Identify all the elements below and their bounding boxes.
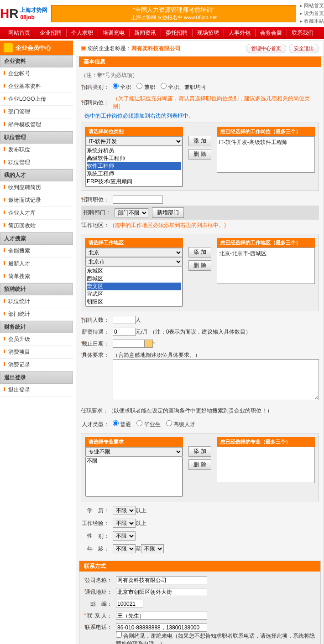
sidebar-item[interactable]: 全能搜索 bbox=[0, 245, 73, 258]
sidebar-item[interactable]: 职位管理 bbox=[0, 156, 73, 169]
age-to-label: 至 bbox=[136, 545, 141, 553]
nav-item[interactable]: 委托招聘 bbox=[161, 29, 193, 37]
top-link[interactable]: ▸ 网站首页 bbox=[300, 2, 324, 10]
nav-item[interactable]: 会务会展 bbox=[256, 29, 287, 37]
phone-hide-checkbox[interactable]: 合则约见，谢绝来电（如果您不想告知求职者联系电话，请选择此项，系统将隐藏您的联系… bbox=[116, 633, 315, 644]
area-l1-select[interactable]: 北京 bbox=[85, 248, 183, 257]
nav-item[interactable]: 新闻资讯 bbox=[130, 29, 161, 37]
new-dept-button[interactable]: 新增部门 bbox=[152, 207, 184, 218]
sidebar-item[interactable]: 最新人才 bbox=[0, 258, 73, 270]
dept-label: 招聘部门： bbox=[83, 209, 115, 216]
admin-home-button[interactable]: 管理中心首页 bbox=[246, 44, 286, 53]
sidebar-item[interactable]: 邮件模板管理 bbox=[0, 118, 73, 131]
salary-input[interactable] bbox=[113, 328, 136, 336]
req-textarea[interactable] bbox=[113, 359, 319, 400]
nav-item[interactable]: 个人求职 bbox=[67, 29, 98, 37]
area-l2-select[interactable]: 北京市 bbox=[85, 257, 183, 266]
age-from-select[interactable]: 不限 bbox=[113, 544, 136, 553]
add-area-button[interactable]: 添 加 bbox=[188, 247, 211, 258]
radio-parttime[interactable]: 兼职 bbox=[136, 83, 155, 91]
sidebar-item[interactable]: 职位统计 bbox=[0, 295, 73, 308]
c-addr-label: 通讯地址： bbox=[84, 588, 116, 596]
gender-label: 性 别： bbox=[81, 532, 113, 540]
del-cat-button[interactable]: 删 除 bbox=[188, 149, 211, 160]
company-name: 网有卖科技有限公司 bbox=[131, 45, 181, 52]
radio-senior[interactable]: 高级人才 bbox=[166, 420, 195, 428]
selected-cat-title: 您已经选择的工作岗位（最多三个） bbox=[217, 127, 315, 136]
calendar-icon[interactable] bbox=[145, 340, 153, 348]
sidebar-item[interactable]: 邀请面试记录 bbox=[0, 194, 73, 207]
age-to-select[interactable]: 不限 bbox=[141, 544, 164, 553]
deadline-label: 截止日期： bbox=[81, 340, 113, 348]
sidebar-section: 职位管理 bbox=[0, 131, 73, 144]
banner-ad[interactable]: "全国人力资源管理师考前培训" 上海才势网-火热报名中 www.08job.ne… bbox=[51, 5, 296, 22]
add-cat-button[interactable]: 添 加 bbox=[188, 136, 211, 146]
top-link[interactable]: ▸ 收藏本站 bbox=[300, 17, 324, 25]
sidebar-item[interactable]: 企业人才库 bbox=[0, 207, 73, 220]
del-major-button[interactable]: 删 除 bbox=[188, 459, 211, 470]
nav-item[interactable]: 网站首页 bbox=[4, 29, 35, 37]
sidebar-section: 招聘统计 bbox=[0, 283, 73, 295]
post-name-input[interactable] bbox=[113, 196, 163, 204]
c-company-input[interactable] bbox=[116, 576, 207, 584]
exp-select[interactable]: 不限 bbox=[113, 519, 136, 528]
c-contact-label: 联 系 人： bbox=[84, 612, 116, 620]
dept-select[interactable]: 部门不限 bbox=[115, 208, 148, 217]
area-label: 工作地区： bbox=[81, 222, 113, 229]
edu-suffix: 以上 bbox=[136, 507, 146, 515]
sidebar-item[interactable]: 消费项目 bbox=[0, 346, 73, 359]
sidebar-item[interactable]: 会员升级 bbox=[0, 333, 73, 346]
area-hint: (选中的工作地区必须添加到右边的列表框中。) bbox=[113, 222, 226, 229]
banner-line2: 上海才势网-火热报名中 www.08job.net bbox=[131, 14, 217, 21]
nav-item[interactable]: 人事外包 bbox=[224, 29, 256, 37]
top-link[interactable]: ▸ 设为首页 bbox=[300, 10, 324, 17]
sidebar-item[interactable]: 消费记录 bbox=[0, 359, 73, 371]
nav-item[interactable]: 培训充电 bbox=[98, 29, 130, 37]
add-major-button[interactable]: 添 加 bbox=[188, 446, 211, 457]
sidebar-item[interactable]: 企业LOGO上传 bbox=[0, 93, 73, 106]
deadline-input[interactable] bbox=[113, 340, 145, 348]
salary-label: 薪资待遇： bbox=[81, 328, 113, 336]
selected-major-title: 您已经选择的专业（最多三个） bbox=[217, 437, 315, 447]
selected-area-box: 北京-北京市-西城区 bbox=[217, 247, 315, 284]
c-addr-input[interactable] bbox=[116, 588, 207, 596]
cat-dropdown[interactable]: IT-软件开发 bbox=[85, 137, 183, 146]
select-cat-title: 请选择岗位类别 bbox=[85, 127, 183, 136]
major-list[interactable]: 不限 bbox=[85, 456, 183, 497]
sidebar-item[interactable]: 部门统计 bbox=[0, 308, 73, 321]
nav-item[interactable]: 现场招聘 bbox=[193, 29, 224, 37]
radio-fulltime[interactable]: 全职 bbox=[113, 83, 131, 91]
cat-list[interactable]: 系统分析员高级软件工程师软件工程师系统工程师ERP技术/应用顾问 bbox=[85, 146, 183, 186]
sidebar-item[interactable]: 部门管理 bbox=[0, 106, 73, 118]
gender-select[interactable]: 不限 bbox=[113, 531, 136, 541]
area-list[interactable]: 东城区西城区崇文区宣武区朝阳区 bbox=[85, 266, 183, 307]
radio-graduate[interactable]: 毕业生 bbox=[136, 420, 160, 428]
sidebar-item[interactable]: 简历回收站 bbox=[0, 220, 73, 232]
sidebar-item[interactable]: 收到应聘简历 bbox=[0, 181, 73, 194]
sidebar-item[interactable]: 企业帐号 bbox=[0, 67, 73, 80]
safe-exit-button[interactable]: 安全退出 bbox=[289, 44, 319, 53]
radio-normal[interactable]: 普通 bbox=[113, 420, 131, 428]
recruit-type-label: 招聘类别： bbox=[81, 83, 113, 91]
nav-item[interactable]: 企业招聘 bbox=[35, 29, 67, 37]
c-contact-input[interactable] bbox=[116, 612, 207, 620]
del-area-button[interactable]: 删 除 bbox=[188, 260, 211, 271]
exp-label: 工作经验： bbox=[81, 520, 113, 527]
required-note: （注：带*号为必填项） bbox=[81, 70, 319, 81]
sidebar-item[interactable]: 简单搜索 bbox=[0, 270, 73, 283]
major-dropdown[interactable]: 专业不限 bbox=[85, 447, 183, 456]
company-label: ▣ 您的企业名称是：网有卖科技有限公司 bbox=[81, 45, 181, 52]
selected-cat-box: IT-软件开发-高级软件工程师 bbox=[217, 136, 315, 173]
c-zip-input[interactable] bbox=[116, 600, 143, 608]
sidebar-item[interactable]: 企业基本资料 bbox=[0, 80, 73, 93]
nav-item[interactable]: 联系我们 bbox=[287, 29, 318, 37]
radio-both[interactable]: 全职、兼职均可 bbox=[161, 83, 206, 91]
c-phone-input[interactable] bbox=[116, 623, 207, 632]
sidebar-item[interactable]: 发布职位 bbox=[0, 144, 73, 156]
sidebar-item[interactable]: 退出登录 bbox=[0, 384, 73, 397]
count-input[interactable] bbox=[113, 316, 136, 324]
edu-select[interactable]: 不限 bbox=[113, 506, 136, 515]
sidebar-section: 企业资料 bbox=[0, 55, 73, 67]
sidebar-section: 我的人才 bbox=[0, 169, 73, 181]
select-area-title: 请选择工作地区 bbox=[85, 238, 183, 247]
